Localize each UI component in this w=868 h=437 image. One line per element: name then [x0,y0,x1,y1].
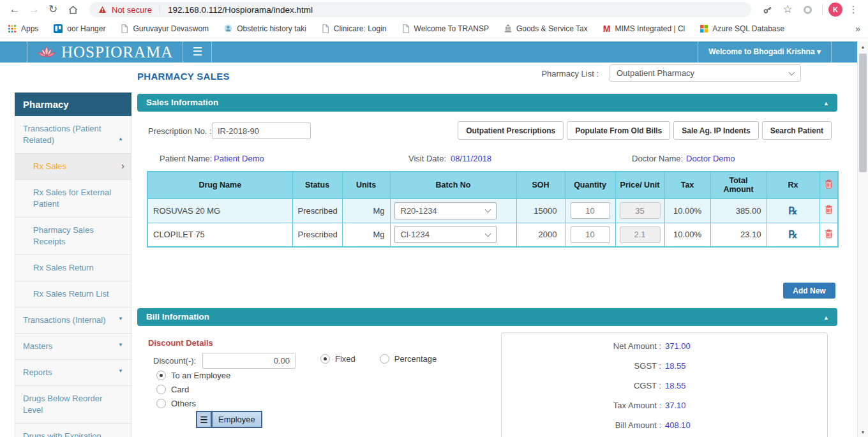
sidebar-item-transactions-internal[interactable]: Transactions (Internal)▼ [15,307,131,334]
amount-label: Net Amount : [502,341,661,351]
bookmark-goods-service-tax[interactable]: Goods & Service Tax [504,24,588,33]
sidebar-item-reports[interactable]: Reports▼ [15,360,131,386]
visit-date-value[interactable]: 08/11/2018 [451,154,491,163]
radio-circle[interactable] [156,385,166,394]
bookmark-welcome-to-transp[interactable]: Welcome To TRANSP [402,24,489,33]
sale-ag-ip-indents-button[interactable]: Sale Ag. IP Indents [673,121,758,140]
batch-no-select[interactable]: R20-1234 [394,202,497,219]
employee-button-label[interactable]: Employee [212,411,262,428]
url-text[interactable]: 192.168.0.112/Hospiorama/index.html [168,5,313,15]
radio-card[interactable]: Card [156,385,230,394]
brand-logo[interactable]: HOSPIORAMA [27,41,183,63]
home-icon[interactable] [64,4,82,15]
price-cell [615,223,664,247]
column-header-drug-name: Drug Name [147,172,292,198]
price-unit-input[interactable] [620,202,661,219]
sidebar-item-drugs-with-expiration-date[interactable]: Drugs with Expiration Date [15,424,131,437]
sidebar-item-rx-sales-for-external-patient[interactable]: Rx Sales for External Patient [15,180,131,218]
profile-avatar[interactable]: K [828,3,842,17]
search-patient-button[interactable]: Search Patient [762,121,832,140]
sidebar-item-rx-sales-return-list[interactable]: Rx Sales Return List [15,281,131,307]
action-buttons: Outpatient PrescriptionsPopulate From Ol… [458,121,832,140]
collapse-up-icon[interactable]: ▲ [823,309,829,327]
discount-details-title: Discount Details [148,338,213,348]
reload-icon[interactable]: ↻ [45,1,61,18]
extension-circle-icon[interactable] [798,6,816,14]
radio-circle[interactable] [156,399,166,408]
price-unit-input[interactable] [620,226,661,243]
add-new-button[interactable]: Add New [783,283,835,299]
rx-icon[interactable]: ℞ [788,205,797,216]
browser-menu-icon[interactable]: ⋮ [845,1,862,18]
sales-information-panel-header[interactable]: Sales Information ▲ [137,94,837,112]
bookmark-oor-hanger[interactable]: oor Hanger [54,24,105,33]
scrollbar-thumb[interactable] [859,54,867,172]
collapse-up-icon[interactable]: ▲ [823,94,829,112]
sidebar-item-pharmacy-sales-receipts[interactable]: Pharmacy Sales Receipts [15,218,131,255]
delete-icon[interactable] [825,229,833,241]
sidebar-item-rx-sales-return[interactable]: Rx Sales Return [15,255,131,281]
column-header-total-amount: Total Amount [710,172,767,198]
radio-circle[interactable] [320,354,330,364]
omnibox-divider [160,5,160,14]
person-icon [224,24,232,33]
bookmark-mims-integrated-cl[interactable]: MMIMS Integrated | Cl [603,24,685,33]
key-icon[interactable] [759,4,777,15]
quantity-input[interactable] [571,202,610,219]
delete-cell [819,223,838,247]
populate-from-old-bills-button[interactable]: Populate From Old Bills [567,121,670,140]
batch-no-select[interactable]: Cl-1234 [394,226,497,243]
bookmark-obstetric-history-taki[interactable]: Obstetric history taki [224,24,306,33]
rx-cell: ℞ [767,223,819,247]
sidebar-item-masters[interactable]: Masters▼ [15,334,131,360]
delete-icon[interactable] [825,205,833,216]
sidebar-item-transactions-patient-related[interactable]: Transactions (Patient Related)▲ [15,116,131,154]
forward-icon[interactable]: → [26,1,42,18]
bookmark-star-icon[interactable]: ☆ [779,1,796,18]
discount-input[interactable] [202,353,296,369]
amount-row-tax-amount: Tax Amount :37.10 [502,396,827,415]
chevron-down-icon: ▼ [118,313,123,325]
sidebar-item-rx-sales[interactable]: Rx Sales› [15,154,131,180]
bookmark-apps[interactable]: Apps [8,24,38,33]
bookmark-clinicare-login[interactable]: Clinicare: Login [322,24,387,33]
tax-cell: 10.00% [664,198,710,223]
sidebar-title: Pharmacy [15,93,131,116]
prescription-no-input[interactable] [212,122,311,139]
radio-fixed[interactable]: Fixed [320,354,355,364]
employee-button[interactable]: ☰ Employee [196,411,262,428]
scroll-up-icon[interactable]: ▲ [858,41,868,52]
radio-circle[interactable] [380,354,389,364]
sidebar-item-drugs-below-reorder-level[interactable]: Drugs Below Reorder Level [15,386,131,424]
bookmarks-overflow-icon[interactable]: » [855,24,860,34]
radio-percentage[interactable]: Percentage [380,354,437,364]
radio-circle[interactable] [156,371,166,380]
bill-information-panel-header[interactable]: Bill Information ▲ [137,308,837,326]
bookmark-label: Azure SQL Database [712,24,784,33]
welcome-menu[interactable]: Welcome to Bhogadi Krishna ▾ [698,41,832,63]
patient-name-value[interactable]: Patient Demo [214,154,264,163]
page-scrollbar[interactable]: ▲ ▼ [857,41,868,437]
total-amount-cell: 23.10 [710,223,767,247]
list-hamburger-icon[interactable]: ☰ [196,411,212,428]
quantity-input[interactable] [571,226,610,243]
pharmacy-list-select[interactable]: Outpatient Pharmacy [610,64,801,82]
outpatient-prescriptions-button[interactable]: Outpatient Prescriptions [458,121,564,140]
not-secure-icon [98,6,107,13]
rx-icon[interactable]: ℞ [788,229,797,240]
bookmark-guruvayur-devaswom[interactable]: Guruvayur Devaswom [121,24,209,33]
back-icon[interactable]: ← [6,1,23,18]
menu-hamburger-icon[interactable]: ☰ [183,42,211,62]
delete-icon[interactable] [825,179,833,191]
amount-value: 18.55 [665,361,686,371]
not-secure-label[interactable]: Not secure [112,5,152,15]
radio-others[interactable]: Others [156,399,230,408]
radio-to-an-employee[interactable]: To an Employee [156,371,230,380]
doctor-name-value[interactable]: Doctor Demo [686,154,735,163]
bookmarks-list: Appsoor HangerGuruvayur DevaswomObstetri… [8,24,784,33]
bookmark-azure-sql-database[interactable]: Azure SQL Database [700,24,784,33]
page-icon [322,24,329,33]
scroll-down-icon[interactable]: ▼ [858,427,868,437]
address-bar[interactable]: Not secure 192.168.0.112/Hospiorama/inde… [89,2,751,17]
amount-value: 371.00 [665,341,691,351]
